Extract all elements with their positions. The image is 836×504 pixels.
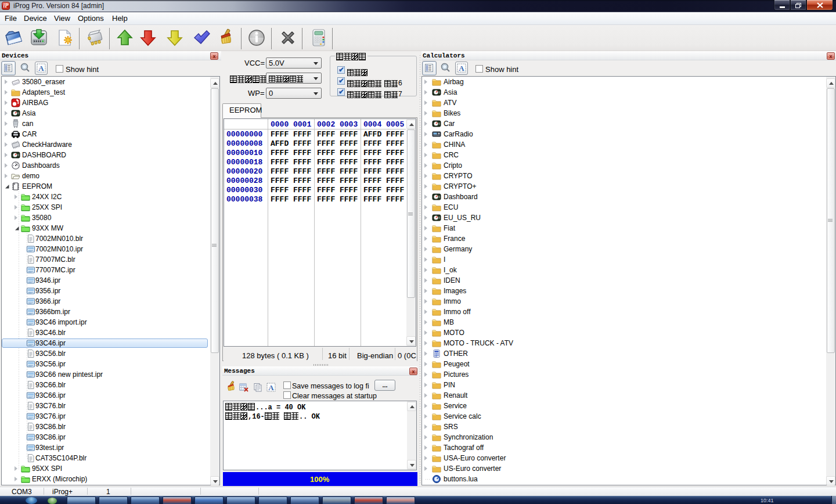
svg-text:A: A (459, 64, 464, 73)
svg-text:A: A (268, 383, 274, 392)
svg-text:A: A (38, 64, 44, 73)
